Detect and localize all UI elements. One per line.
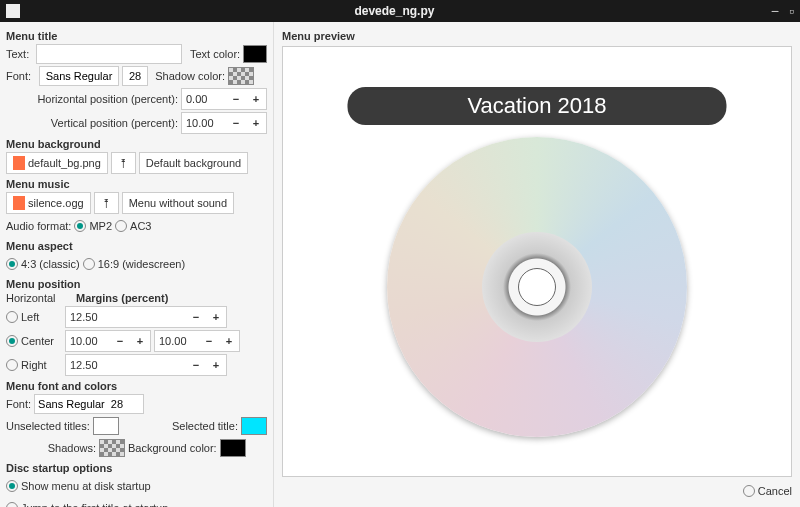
app-icon: [6, 4, 20, 18]
plus-icon[interactable]: +: [246, 89, 266, 109]
shadows-color-swatch[interactable]: [99, 439, 125, 457]
maximize-button[interactable]: ▫: [789, 3, 794, 19]
upload-icon: ⭱: [118, 157, 129, 169]
preview-title: Vacation 2018: [347, 87, 726, 125]
bg-upload-button[interactable]: ⭱: [111, 152, 136, 174]
minus-icon[interactable]: −: [226, 89, 246, 109]
radio-left[interactable]: Left: [6, 311, 62, 323]
window-title: devede_ng.py: [28, 4, 761, 18]
radio-ac3[interactable]: AC3: [115, 220, 151, 232]
font-label: Font:: [6, 70, 36, 82]
center-margin1-spinner[interactable]: 10.00−+: [65, 330, 151, 352]
radio-43[interactable]: 4:3 (classic): [6, 258, 80, 270]
radio-show-menu[interactable]: Show menu at disk startup: [6, 480, 151, 492]
radio-right[interactable]: Right: [6, 359, 62, 371]
unselected-color-swatch[interactable]: [93, 417, 119, 435]
shadows-label: Shadows:: [6, 442, 96, 454]
file-icon: [13, 196, 25, 210]
plus-icon[interactable]: +: [246, 113, 266, 133]
font-name-input[interactable]: [39, 66, 119, 86]
menu-fonts-heading: Menu font and colors: [6, 380, 267, 392]
menu-title-heading: Menu title: [6, 30, 267, 42]
menu-preview-heading: Menu preview: [282, 30, 792, 42]
radio-jump-first[interactable]: Jump to the first title at startup: [6, 502, 168, 507]
vpos-spinner[interactable]: 10.00−+: [181, 112, 267, 134]
music-upload-button[interactable]: ⭱: [94, 192, 119, 214]
minus-icon[interactable]: −: [186, 307, 206, 327]
font2-input[interactable]: [34, 394, 144, 414]
horizontal-label: Horizontal: [6, 292, 66, 304]
radio-169[interactable]: 16:9 (widescreen): [83, 258, 185, 270]
music-file-button[interactable]: silence.ogg: [6, 192, 91, 214]
audio-format-label: Audio format:: [6, 220, 71, 232]
file-icon: [13, 156, 25, 170]
font2-label: Font:: [6, 398, 31, 410]
text-color-swatch[interactable]: [243, 45, 267, 63]
selected-color-swatch[interactable]: [241, 417, 267, 435]
menu-bg-heading: Menu background: [6, 138, 267, 150]
plus-icon[interactable]: +: [206, 307, 226, 327]
menu-aspect-heading: Menu aspect: [6, 240, 267, 252]
no-sound-button[interactable]: Menu without sound: [122, 192, 234, 214]
minus-icon[interactable]: −: [110, 331, 130, 351]
disc-startup-heading: Disc startup options: [6, 462, 267, 474]
plus-icon[interactable]: +: [219, 331, 239, 351]
font-size-input[interactable]: [122, 66, 148, 86]
default-bg-button[interactable]: Default background: [139, 152, 248, 174]
text-input[interactable]: [36, 44, 182, 64]
text-label: Text:: [6, 48, 33, 60]
hpos-label: Horizontal position (percent):: [6, 93, 178, 105]
shadow-color-label: Shadow color:: [151, 70, 225, 82]
vpos-label: Vertical position (percent):: [6, 117, 178, 129]
text-color-label: Text color:: [185, 48, 240, 60]
menu-position-heading: Menu position: [6, 278, 267, 290]
bg-file-button[interactable]: default_bg.png: [6, 152, 108, 174]
menu-music-heading: Menu music: [6, 178, 267, 190]
minus-icon[interactable]: −: [226, 113, 246, 133]
plus-icon[interactable]: +: [130, 331, 150, 351]
right-margin-spinner[interactable]: 12.50−+: [65, 354, 227, 376]
center-margin2-spinner[interactable]: 10.00−+: [154, 330, 240, 352]
minus-icon[interactable]: −: [186, 355, 206, 375]
selected-title-label: Selected title:: [122, 420, 238, 432]
upload-icon: ⭱: [101, 197, 112, 209]
plus-icon[interactable]: +: [206, 355, 226, 375]
preview-area: Vacation 2018: [282, 46, 792, 477]
left-margin-spinner[interactable]: 12.50−+: [65, 306, 227, 328]
radio-center[interactable]: Center: [6, 335, 62, 347]
disc-image: [387, 137, 687, 437]
bg-color-swatch[interactable]: [220, 439, 246, 457]
unselected-titles-label: Unselected titles:: [6, 420, 90, 432]
cancel-button[interactable]: Cancel: [743, 485, 792, 497]
minus-icon[interactable]: −: [199, 331, 219, 351]
margins-label: Margins (percent): [76, 292, 267, 304]
radio-mp2[interactable]: MP2: [74, 220, 112, 232]
shadow-color-swatch[interactable]: [228, 67, 254, 85]
minimize-button[interactable]: −: [771, 3, 779, 19]
bg-color-label: Background color:: [128, 442, 217, 454]
hpos-spinner[interactable]: 0.00−+: [181, 88, 267, 110]
